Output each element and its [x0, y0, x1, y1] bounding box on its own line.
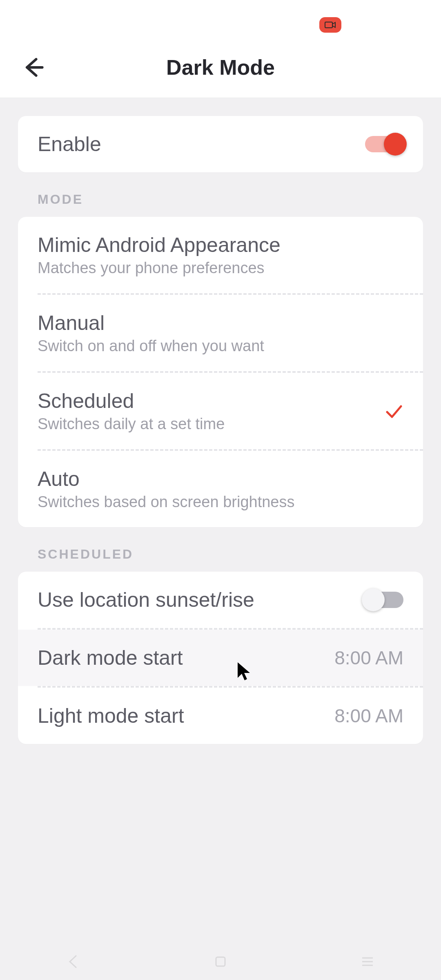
mode-option-subtitle: Switch on and off when you want: [38, 337, 264, 355]
app-bar: Dark Mode: [0, 37, 441, 98]
use-location-row: Use location sunset/rise: [18, 572, 423, 628]
light-mode-start-label: Light mode start: [38, 704, 184, 728]
mode-option-mimic[interactable]: Mimic Android Appearance Matches your ph…: [18, 217, 423, 293]
dark-mode-start-value: 8:00 AM: [334, 647, 403, 669]
mode-option-auto[interactable]: Auto Switches based on screen brightness: [18, 451, 423, 527]
mode-option-subtitle: Matches your phone preferences: [38, 259, 281, 277]
toggle-knob: [384, 133, 407, 156]
mode-option-subtitle: Switches based on screen brightness: [38, 493, 294, 511]
mode-option-title: Mimic Android Appearance: [38, 233, 281, 257]
section-header-mode: MODE: [18, 172, 423, 217]
svg-rect-0: [325, 22, 332, 28]
scheduled-card: Use location sunset/rise Dark mode start…: [18, 572, 423, 744]
svg-rect-1: [216, 957, 225, 966]
android-navbar: [0, 943, 441, 980]
dark-mode-start-row[interactable]: Dark mode start 8:00 AM: [18, 630, 423, 686]
enable-card: Enable: [18, 116, 423, 172]
status-bar: [0, 0, 441, 37]
section-header-scheduled: SCHEDULED: [18, 527, 423, 572]
use-location-toggle[interactable]: [365, 592, 403, 608]
mode-option-scheduled[interactable]: Scheduled Switches daily at a set time: [18, 373, 423, 449]
light-mode-start-value: 8:00 AM: [334, 705, 403, 727]
arrow-left-icon: [21, 55, 45, 80]
light-mode-start-row[interactable]: Light mode start 8:00 AM: [18, 688, 423, 744]
page-title: Dark Mode: [0, 55, 441, 80]
mode-option-title: Auto: [38, 467, 294, 491]
nav-recents-button[interactable]: [357, 951, 378, 972]
mode-option-title: Manual: [38, 311, 264, 335]
back-button[interactable]: [19, 53, 47, 82]
toggle-knob: [362, 588, 385, 611]
mode-option-subtitle: Switches daily at a set time: [38, 415, 225, 433]
checkmark-icon: [384, 401, 403, 421]
nav-home-button[interactable]: [210, 951, 231, 972]
enable-row: Enable: [18, 116, 423, 172]
enable-label: Enable: [38, 132, 101, 156]
mode-card: Mimic Android Appearance Matches your ph…: [18, 217, 423, 527]
nav-back-button[interactable]: [63, 951, 84, 972]
mode-option-title: Scheduled: [38, 389, 225, 413]
dark-mode-start-label: Dark mode start: [38, 646, 183, 670]
enable-toggle[interactable]: [365, 136, 403, 152]
mode-option-manual[interactable]: Manual Switch on and off when you want: [18, 295, 423, 371]
use-location-label: Use location sunset/rise: [38, 588, 254, 612]
screen-recording-indicator: [319, 17, 341, 33]
content: Enable MODE Mimic Android Appearance Mat…: [0, 98, 441, 762]
